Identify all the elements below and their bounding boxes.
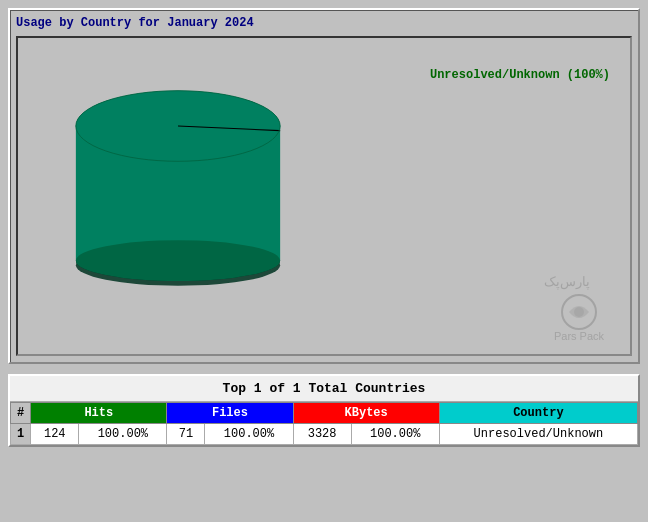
hits-pct-cell: 100.00% xyxy=(79,424,167,445)
col-header-files: Files xyxy=(167,403,293,424)
table-title: Top 1 of 1 Total Countries xyxy=(10,376,638,402)
rank-cell: 1 xyxy=(11,424,31,445)
chart-title: Usage by Country for January 2024 xyxy=(16,16,632,30)
logo-brand-text: Pars Pack xyxy=(554,330,604,342)
kbytes-pct-cell: 100.00% xyxy=(351,424,439,445)
logo-text: پارس‌پک xyxy=(544,271,614,294)
col-header-hash: # xyxy=(11,403,31,424)
files-pct-cell: 100.00% xyxy=(205,424,293,445)
chart-inner: Unresolved/Unknown (100%) پارس‌پک Pars P… xyxy=(16,36,632,356)
col-header-country: Country xyxy=(439,403,637,424)
legend-area: Unresolved/Unknown (100%) xyxy=(430,68,610,82)
chart-panel: Usage by Country for January 2024 xyxy=(8,8,640,364)
legend-item: Unresolved/Unknown (100%) xyxy=(430,68,610,82)
svg-text:پارس‌پک: پارس‌پک xyxy=(544,274,590,290)
files-cell: 71 xyxy=(167,424,205,445)
data-table: # Hits Files KBytes Country 1 124 100.00… xyxy=(10,402,638,445)
col-header-hits: Hits xyxy=(31,403,167,424)
pie-chart-svg xyxy=(48,61,308,321)
pie-container xyxy=(48,61,328,341)
main-container: Usage by Country for January 2024 xyxy=(0,0,648,459)
logo-area: پارس‌پک Pars Pack xyxy=(544,271,614,342)
col-header-kbytes: KBytes xyxy=(293,403,439,424)
hits-cell: 124 xyxy=(31,424,79,445)
table-header-row: # Hits Files KBytes Country xyxy=(11,403,638,424)
country-cell: Unresolved/Unknown xyxy=(439,424,637,445)
kbytes-cell: 3328 xyxy=(293,424,351,445)
svg-point-10 xyxy=(574,307,584,317)
table-panel: Top 1 of 1 Total Countries # Hits Files … xyxy=(8,374,640,447)
table-row: 1 124 100.00% 71 100.00% 3328 100.00% Un… xyxy=(11,424,638,445)
logo-icon xyxy=(561,294,597,330)
legend-label: Unresolved/Unknown (100%) xyxy=(430,68,610,82)
svg-point-4 xyxy=(76,240,280,281)
